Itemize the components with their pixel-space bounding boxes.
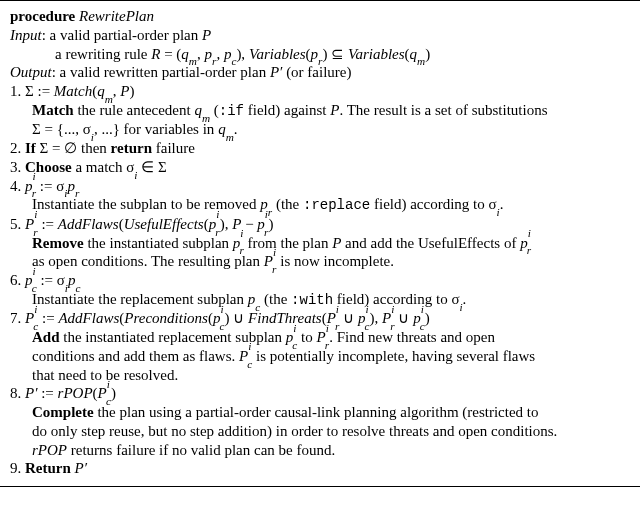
step-5-body: Remove the instantiated subplan pir from… xyxy=(10,234,630,272)
input-line2: a rewriting rule R = (qm, pr, pc), Varia… xyxy=(10,45,630,64)
procedure-name: RewritePlan xyxy=(79,8,154,24)
step-7-body: Add the instantiated replacement subplan… xyxy=(10,328,630,384)
output-label: Output xyxy=(10,64,52,80)
step-2: 2. If Σ = ∅ then return failure xyxy=(10,139,630,158)
step-6-body: Instantiate the replacement subplan pc (… xyxy=(10,290,630,310)
replace-keyword: :replace xyxy=(303,197,370,213)
step-1-body: Match the rule antecedent qm (:if field)… xyxy=(10,101,630,139)
step-1: 1. Σ := Match(qm, P) xyxy=(10,82,630,101)
step-6: 6. pic := σipc xyxy=(10,271,630,290)
step-9: 9. Return P′ xyxy=(10,459,630,478)
step-5: 5. Pir := AddFlaws(UsefulEffects(pir), P… xyxy=(10,215,630,234)
step-8: 8. P′ := rPOP(Pic) xyxy=(10,384,630,403)
input-line1: Input: a valid partial-order plan P xyxy=(10,26,630,45)
step-8-body: Complete the plan using a partial-order … xyxy=(10,403,630,459)
step-4-body: Instantiate the subplan to be removed pr… xyxy=(10,195,630,215)
if-keyword: :if xyxy=(219,103,244,119)
algorithm-box: procedure RewritePlan Input: a valid par… xyxy=(0,0,640,487)
step-4: 4. pir := σipr xyxy=(10,177,630,196)
with-keyword: :with xyxy=(291,292,333,308)
procedure-kw: procedure xyxy=(10,8,75,24)
step-3: 3. Choose a match σi ∈ Σ xyxy=(10,158,630,177)
input-label: Input xyxy=(10,27,42,43)
step-7: 7. Pic := AddFlaws(Preconditions(pic) ∪ … xyxy=(10,309,630,328)
procedure-header: procedure RewritePlan xyxy=(10,7,630,26)
